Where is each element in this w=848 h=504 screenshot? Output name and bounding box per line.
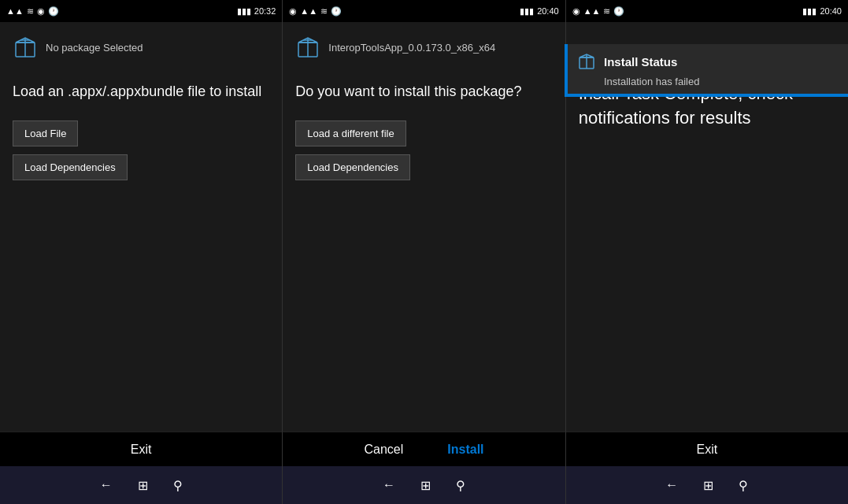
windows-logo-icon-3[interactable]: ⊞ xyxy=(703,478,713,493)
load-dependencies-button-2[interactable]: Load Dependencies xyxy=(295,154,410,180)
cancel-button[interactable]: Cancel xyxy=(357,439,409,460)
search-icon-2[interactable]: ⚲ xyxy=(456,478,465,493)
panel2-description: Do you want to install this package? xyxy=(295,82,552,102)
status-bar-right-panel1: ▮▮▮ 20:32 xyxy=(237,6,276,17)
notification-subtitle: Installation has failed xyxy=(568,76,848,94)
nfc-icon-p2: ◉ xyxy=(289,6,297,17)
nfc-icon-p3: ◉ xyxy=(572,6,580,17)
taskbar: ← ⊞ ⚲ ← ⊞ ⚲ ← ⊞ ⚲ xyxy=(0,466,848,504)
search-icon-1[interactable]: ⚲ xyxy=(173,478,183,493)
exit-button-2[interactable]: Exit xyxy=(690,439,724,460)
status-bar-right-panel2: ▮▮▮ 20:40 xyxy=(520,6,559,17)
battery-icon-p3: ▮▮▮ xyxy=(802,6,817,17)
notification-panel: Install Status Installation has failed xyxy=(565,44,848,97)
battery-icon-p1: ▮▮▮ xyxy=(237,6,251,17)
status-bar-right-panel3: ▮▮▮ 20:40 xyxy=(802,6,842,17)
load-file-button[interactable]: Load File xyxy=(13,120,78,146)
signal-icon: ▲▲ xyxy=(6,6,24,16)
wifi-icon: ≋ xyxy=(27,6,34,17)
taskbar-section-3: ← ⊞ ⚲ xyxy=(566,466,848,504)
taskbar-section-1: ← ⊞ ⚲ xyxy=(0,466,283,504)
action-bar-panel1: Exit xyxy=(0,432,283,466)
windows-logo-icon-2[interactable]: ⊞ xyxy=(420,478,431,493)
panel2-header: InteropToolsApp_0.0.173.0_x86_x64 xyxy=(295,35,552,66)
back-arrow-icon-3[interactable]: ← xyxy=(665,478,678,492)
load-different-file-button[interactable]: Load a different file xyxy=(295,120,405,146)
notification-title: Install Status xyxy=(604,55,677,69)
panel-load-file: No package Selected Load an .appx/.appxb… xyxy=(0,22,283,432)
notification-progress-bar xyxy=(568,94,848,97)
back-arrow-icon-1[interactable]: ← xyxy=(100,478,113,492)
panel-install: InteropToolsApp_0.0.173.0_x86_x64 Do you… xyxy=(283,22,565,432)
panel1-title: No package Selected xyxy=(46,42,143,54)
time-p1: 20:32 xyxy=(254,6,276,16)
status-bar-left-panel3: ◉ ▲▲ ≋ 🕐 xyxy=(572,6,625,17)
search-icon-3[interactable]: ⚲ xyxy=(739,478,748,493)
wifi-icon-p3: ≋ xyxy=(603,6,610,17)
action-bar-panel3: Exit xyxy=(566,432,848,466)
panel1-description: Load an .appx/.appxbundle file to instal… xyxy=(13,82,269,102)
time-p2: 20:40 xyxy=(537,6,559,16)
panel-status: Install Status Installation has failed I… xyxy=(566,22,848,432)
install-button[interactable]: Install xyxy=(441,439,490,460)
battery-icon-p2: ▮▮▮ xyxy=(520,6,534,17)
action-bars: Exit Cancel Install Exit xyxy=(0,432,848,466)
taskbar-section-2: ← ⊞ ⚲ xyxy=(283,466,565,504)
notification-header: Install Status xyxy=(568,44,848,76)
windows-logo-icon-1[interactable]: ⊞ xyxy=(138,478,148,493)
status-bar-left-panel1: ▲▲ ≋ ◉ 🕐 xyxy=(6,6,59,17)
status-bar-panel3: ◉ ▲▲ ≋ 🕐 ▮▮▮ 20:40 xyxy=(566,0,848,22)
action-bar-panel2: Cancel Install xyxy=(283,432,565,466)
exit-button-1[interactable]: Exit xyxy=(124,439,158,460)
clock-icon-p2: 🕐 xyxy=(331,6,342,17)
back-arrow-icon-2[interactable]: ← xyxy=(383,478,395,492)
wifi-icon-p2: ≋ xyxy=(320,6,328,17)
status-bar-panel1: ▲▲ ≋ ◉ 🕐 ▮▮▮ 20:32 xyxy=(0,0,283,22)
signal-icon-p2: ▲▲ xyxy=(300,6,317,16)
notification-icon xyxy=(577,52,596,71)
panel1-header: No package Selected xyxy=(13,35,269,66)
load-dependencies-button[interactable]: Load Dependencies xyxy=(13,154,128,180)
package-icon-p1 xyxy=(13,35,38,60)
status-bar-panel2: ◉ ▲▲ ≋ 🕐 ▮▮▮ 20:40 xyxy=(283,0,565,22)
panel2-title: InteropToolsApp_0.0.173.0_x86_x64 xyxy=(328,42,495,54)
status-bar-left-panel2: ◉ ▲▲ ≋ 🕐 xyxy=(289,6,342,17)
time-p3: 20:40 xyxy=(820,6,842,16)
clock-icon-p1: 🕐 xyxy=(48,6,59,17)
signal-icon-p3: ▲▲ xyxy=(583,6,601,16)
nfc-icon: ◉ xyxy=(37,6,45,17)
clock-icon-p3: 🕐 xyxy=(613,6,624,17)
package-icon-p2 xyxy=(295,35,320,60)
